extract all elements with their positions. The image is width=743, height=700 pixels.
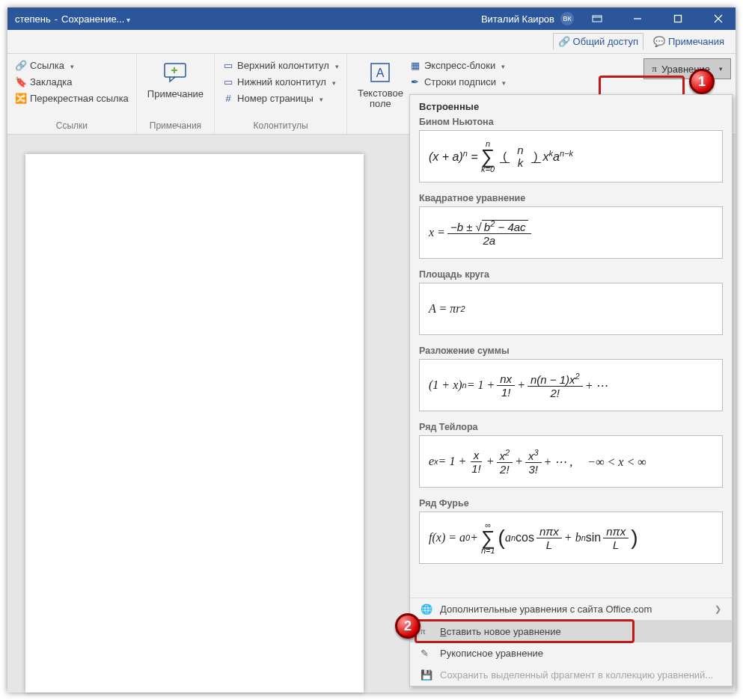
- equation-item-circle[interactable]: Площадь круга A = πr2: [419, 269, 723, 335]
- header-icon: ▭: [222, 59, 234, 71]
- ribbon-options-icon[interactable]: [580, 7, 614, 30]
- equation-item-expansion[interactable]: Разложение суммы (1 + x)n = 1 + nx1! + n…: [419, 346, 723, 411]
- comment-icon: 💬: [653, 36, 665, 47]
- dropdown-header: Встроенные: [410, 95, 732, 117]
- badge-2: 2: [395, 613, 421, 639]
- signature-icon: ✒: [409, 76, 421, 88]
- comments-label: Примечания: [668, 36, 724, 47]
- save-icon: 💾: [421, 669, 432, 681]
- doc-title: степень: [15, 13, 51, 25]
- equation-item-binomial[interactable]: Бином Ньютона (x + a)n = n∑k=0 ( nk ) xk…: [419, 117, 723, 182]
- comment-big-icon: [162, 60, 188, 85]
- signature-button[interactable]: ✒Строки подписи: [408, 73, 507, 90]
- minimize-button[interactable]: [620, 7, 655, 30]
- pagenum-button[interactable]: #Номер страницы: [221, 90, 340, 106]
- comments-group-label: Примечания: [143, 120, 208, 132]
- pi-icon: π: [652, 63, 657, 75]
- comments-button[interactable]: 💬 Примечания: [648, 33, 730, 50]
- equation-gallery[interactable]: Бином Ньютона (x + a)n = n∑k=0 ( nk ) xk…: [410, 117, 732, 598]
- more-equations[interactable]: 🌐 Дополнительные уравнения с сайта Offic…: [410, 598, 732, 620]
- link-icon: 🔗: [15, 59, 27, 71]
- link-button[interactable]: 🔗Ссылка: [13, 57, 130, 73]
- svg-text:A: A: [376, 67, 385, 79]
- equation-item-quadratic[interactable]: Квадратное уравнение x = −b ± √b2 − 4ac2…: [419, 193, 723, 259]
- globe-icon: 🌐: [421, 604, 432, 615]
- dropdown-footer: 🌐 Дополнительные уравнения с сайта Offic…: [410, 598, 732, 686]
- equation-dropdown: Встроенные Бином Ньютона (x + a)n = n∑k=…: [409, 94, 733, 687]
- crossref-icon: 🔀: [15, 92, 27, 104]
- document-page[interactable]: [25, 154, 364, 693]
- maximize-button[interactable]: [661, 7, 695, 30]
- equation-item-taylor[interactable]: Ряд Тейлора ex = 1 + x1! + x22! + x33! +…: [419, 422, 723, 488]
- avatar[interactable]: ВК: [560, 12, 574, 25]
- top-tabs: 🔗 Общий доступ 💬 Примечания: [7, 30, 736, 54]
- doc-status[interactable]: Сохранение...: [61, 13, 130, 25]
- svg-rect-0: [593, 16, 602, 22]
- equation-item-fourier[interactable]: Ряд Фурье f(x) = a0 + ∞∑n=1 (an cosnπxL …: [419, 498, 723, 564]
- share-button[interactable]: 🔗 Общий доступ: [553, 33, 643, 50]
- quickparts-icon: ▦: [409, 59, 421, 71]
- badge-1: 1: [689, 69, 715, 94]
- user-name: Виталий Каиров: [481, 13, 554, 25]
- links-group-label: Ссылки: [13, 120, 130, 132]
- footer-icon: ▭: [222, 76, 234, 88]
- share-label: Общий доступ: [573, 36, 638, 47]
- chevron-right-icon: ❯: [715, 604, 721, 614]
- svg-rect-1: [675, 16, 682, 22]
- pagenum-icon: #: [222, 92, 234, 104]
- titlebar: степень - Сохранение... Виталий Каиров В…: [7, 7, 736, 30]
- ink-equation[interactable]: ✎ Рукописное уравнение: [410, 642, 732, 664]
- comment-button[interactable]: Примечание: [143, 57, 208, 120]
- ink-icon: ✎: [421, 648, 432, 659]
- highlight-2: [415, 619, 635, 643]
- headers-group-label: Колонтитулы: [221, 120, 340, 132]
- bookmark-icon: 🔖: [15, 76, 27, 88]
- crossref-button[interactable]: 🔀Перекрестная ссылка: [13, 90, 130, 106]
- save-equation: 💾 Сохранить выделенный фрагмент в коллек…: [410, 664, 732, 686]
- bookmark-button[interactable]: 🔖Закладка: [13, 73, 130, 90]
- footer-button[interactable]: ▭Нижний колонтитул: [221, 73, 340, 90]
- textbox-button[interactable]: A Текстовое поле: [353, 57, 408, 132]
- close-button[interactable]: [701, 7, 736, 30]
- header-button[interactable]: ▭Верхний колонтитул: [221, 57, 340, 73]
- textbox-icon: A: [367, 60, 393, 85]
- share-icon: 🔗: [558, 36, 570, 47]
- quickparts-button[interactable]: ▦Экспресс-блоки: [408, 57, 507, 73]
